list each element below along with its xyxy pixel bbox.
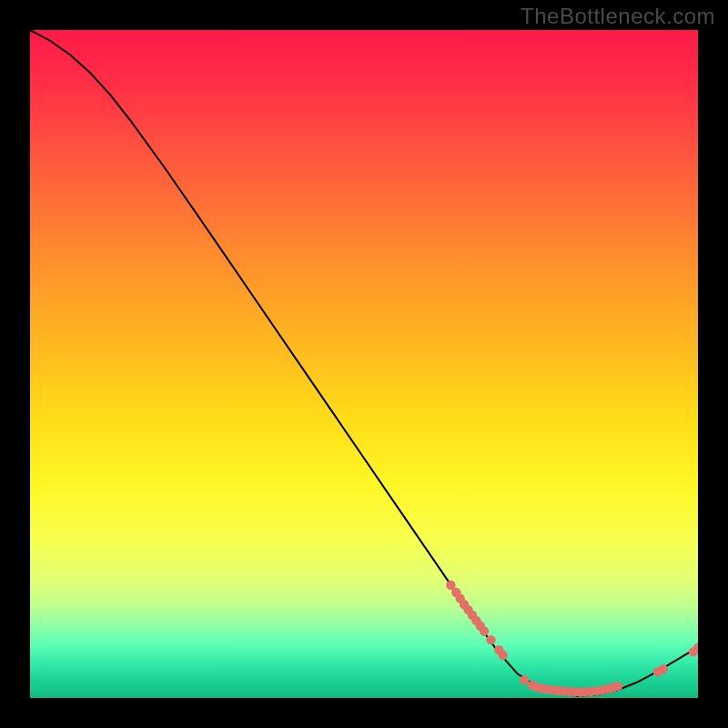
chart-marker [486, 635, 495, 644]
chart-marker [659, 664, 668, 673]
chart-markers [446, 581, 698, 697]
chart-marker [480, 626, 489, 635]
chart-marker [613, 682, 622, 691]
chart-line [30, 30, 698, 696]
watermark-text: TheBottleneck.com [521, 4, 715, 29]
chart-marker [520, 675, 529, 684]
chart-plot-area [30, 30, 698, 698]
chart-marker [498, 651, 507, 660]
chart-svg [30, 30, 698, 698]
